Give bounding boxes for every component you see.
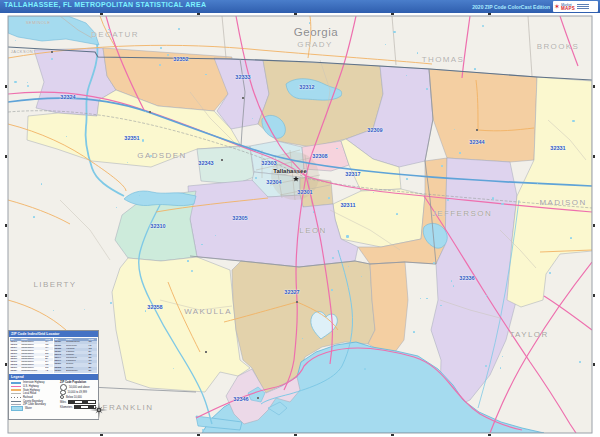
compass-rose-icon: [89, 400, 109, 420]
scale-km-label: Kilometers: [60, 406, 72, 409]
zip-region-32343: [197, 146, 254, 184]
map-document: TALLAHASSEE, FL METROPOLITAN STATISTICAL…: [0, 0, 600, 437]
state-highway-swatch: [11, 389, 21, 391]
zip-region-32344: [429, 69, 537, 162]
pop-small-icon: [60, 395, 64, 399]
legend-panel: ZIP Code Index/Grid Locator ZIPNameGrid3…: [8, 330, 99, 420]
water-swatch: [11, 406, 23, 411]
zip-index-left: ZIPNameGrid32301TallahasseeC432303Tallah…: [10, 338, 53, 373]
zip-region-32344-south: [368, 262, 408, 352]
pop-medium-icon: [60, 390, 66, 396]
us-highway-swatch: [11, 386, 21, 388]
interstate-swatch: [11, 382, 21, 384]
local-road-swatch: [11, 393, 21, 394]
zip-region-32358: [112, 257, 250, 392]
zip-region-32311: [333, 189, 425, 247]
zip-index-right: ZIPNameGrid32327CrawfordvilleC532331Gree…: [54, 338, 97, 373]
legend-road-items: Interstate Highway U.S. Highway State Hi…: [11, 381, 57, 411]
county-boundary-swatch: [11, 401, 21, 402]
railroad-swatch: [11, 397, 21, 398]
scale-miles-label: Miles: [60, 401, 66, 404]
zip-index-table: ZIPNameGrid32301TallahasseeC432303Tallah…: [9, 337, 98, 374]
